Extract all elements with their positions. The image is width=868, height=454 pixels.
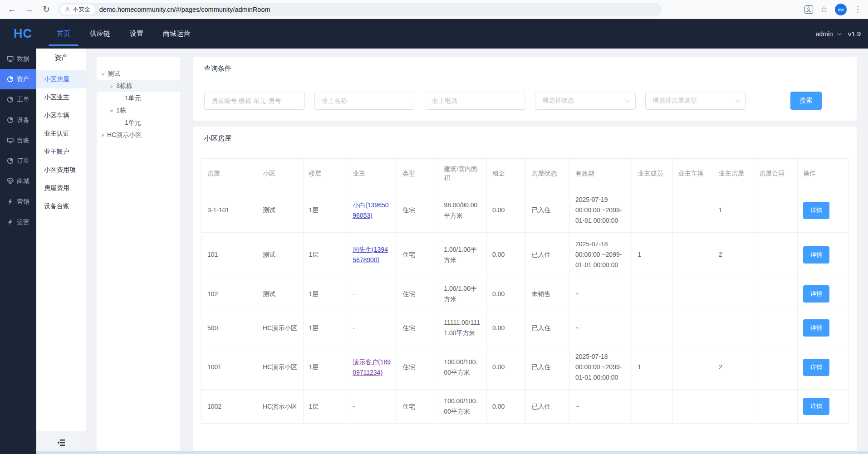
cell-owner: 周先生(13945678900) bbox=[347, 233, 397, 277]
reload-button[interactable]: ↻ bbox=[41, 4, 52, 15]
topnav-tab-设置[interactable]: 设置 bbox=[129, 19, 144, 49]
submenu-item-房屋费用[interactable]: 房屋费用 bbox=[36, 179, 86, 197]
profile-avatar[interactable]: xw bbox=[835, 4, 847, 15]
select-placeholder: 请选择房屋类型 bbox=[652, 97, 697, 105]
cell-houses bbox=[713, 390, 754, 424]
community-tree-panel: 测试 3栋栋 1单元 1栋 1单元 HC演示小区 bbox=[97, 57, 180, 454]
cell-floor: 1层 bbox=[303, 311, 347, 345]
sidebar-item-资产[interactable]: 资产 bbox=[0, 69, 36, 89]
submenu-item-设备台账[interactable]: 设备台账 bbox=[36, 197, 86, 215]
cell-area: 1.00/1.00平方米 bbox=[438, 233, 487, 277]
tree-node[interactable]: HC演示小区 bbox=[97, 129, 180, 141]
cell-status: 已入住 bbox=[526, 188, 570, 233]
search-input-业主电话[interactable] bbox=[425, 92, 525, 110]
owner-link[interactable]: 周先生(13945678900) bbox=[353, 246, 388, 264]
tree-expander-icon[interactable] bbox=[101, 73, 105, 76]
cell-rent: 0.00 bbox=[487, 311, 526, 345]
table-row: 102 测试 1层 - 住宅 1.00/1.00平方米 0.00 未销售 ~ 详… bbox=[202, 277, 848, 311]
collapse-sidebar-button[interactable] bbox=[36, 431, 86, 454]
submenu-item-小区车辆[interactable]: 小区车辆 bbox=[36, 107, 86, 125]
security-chip[interactable]: ⚠ 不安全 bbox=[60, 5, 95, 15]
cell-room: 3-1-101 bbox=[202, 188, 257, 233]
app-logo[interactable]: HC bbox=[14, 27, 32, 41]
select-placeholder: 请选择状态 bbox=[542, 97, 574, 105]
cell-owner: - bbox=[347, 311, 397, 345]
detail-button[interactable]: 详情 bbox=[803, 202, 829, 219]
sidebar-item-运营[interactable]: 运营 bbox=[0, 212, 36, 232]
sidebar-item-数据[interactable]: 数据 bbox=[0, 49, 36, 69]
cell-houses: 2 bbox=[713, 233, 754, 277]
cell-owner: 小白(13965096053) bbox=[347, 188, 397, 233]
table-header-row: 房屋小区楼层业主类型建筑/室内面积租金房屋状态有效期业主成员业主车辆业主房屋房屋… bbox=[202, 159, 848, 188]
column-header-业主房屋: 业主房屋 bbox=[713, 159, 754, 188]
cell-community: 测试 bbox=[257, 277, 303, 311]
detail-button[interactable]: 详情 bbox=[803, 246, 829, 264]
detail-button[interactable]: 详情 bbox=[803, 398, 829, 415]
tree-node[interactable]: 1单元 bbox=[97, 92, 180, 104]
translate-icon[interactable]: 文 bbox=[804, 5, 813, 14]
cell-type: 住宅 bbox=[397, 345, 438, 390]
sidebar-item-商城[interactable]: 商城 bbox=[0, 171, 36, 191]
bookmark-star-icon[interactable]: ☆ bbox=[820, 5, 828, 15]
submenu-item-业主认证[interactable]: 业主认证 bbox=[36, 125, 86, 143]
select-请选择房屋类型[interactable]: 请选择房屋类型 bbox=[645, 92, 746, 110]
cell-room: 102 bbox=[202, 277, 257, 311]
select-请选择状态[interactable]: 请选择状态 bbox=[535, 92, 636, 110]
sidebar-item-台账[interactable]: 台账 bbox=[0, 130, 36, 151]
tree-expander-icon[interactable] bbox=[110, 110, 113, 112]
browser-menu-icon[interactable]: ⋮ bbox=[854, 5, 862, 14]
tree-node[interactable]: 测试 bbox=[97, 68, 180, 80]
tree-node[interactable]: 3栋栋 bbox=[97, 80, 180, 92]
horizontal-scrollbar[interactable] bbox=[36, 451, 868, 454]
bolt-icon bbox=[7, 198, 14, 205]
sidebar-item-营销[interactable]: 营销 bbox=[0, 191, 36, 212]
address-bar[interactable]: ⚠ 不安全 demo.homecommunity.cn/#/pages/comm… bbox=[58, 3, 662, 16]
cell-status: 已入住 bbox=[526, 390, 570, 424]
submenu-item-小区房屋[interactable]: 小区房屋 bbox=[36, 70, 86, 88]
detail-button[interactable]: 详情 bbox=[803, 285, 829, 303]
tree-node[interactable]: 1栋 bbox=[97, 104, 180, 117]
cell-houses: 1 bbox=[713, 188, 754, 233]
topnav-tab-供应链[interactable]: 供应链 bbox=[89, 19, 111, 49]
cell-members bbox=[632, 188, 672, 233]
topnav-tab-首页[interactable]: 首页 bbox=[56, 19, 71, 49]
topnav-tabs: 首页 供应链 设置 商城运营 bbox=[56, 19, 191, 49]
cell-status: 已入住 bbox=[526, 311, 570, 345]
detail-button[interactable]: 详情 bbox=[803, 319, 829, 337]
search-input-业主名称[interactable] bbox=[314, 92, 415, 110]
tree-node[interactable]: 1单元 bbox=[97, 117, 180, 129]
sidebar-item-工单[interactable]: 工单 bbox=[0, 89, 36, 110]
cell-community: HC演示小区 bbox=[257, 311, 303, 345]
cell-area: 100.00/100.00平方米 bbox=[438, 345, 487, 390]
table-row: 101 测试 1层 周先生(13945678900) 住宅 1.00/1.00平… bbox=[202, 233, 848, 277]
room-list-card: 小区房屋 房屋小区楼层业主类型建筑/室内面积租金房屋状态有效期业主成员业主车辆业… bbox=[193, 127, 857, 454]
topnav-tab-商城运营[interactable]: 商城运营 bbox=[162, 19, 191, 49]
cell-room: 500 bbox=[202, 311, 257, 345]
owner-link[interactable]: 演示客户(18909711234) bbox=[353, 358, 391, 376]
search-button[interactable]: 搜索 bbox=[790, 92, 822, 110]
column-header-房屋合同: 房屋合同 bbox=[754, 159, 798, 188]
user-menu[interactable]: admin bbox=[816, 30, 833, 38]
owner-link[interactable]: 小白(13965096053) bbox=[353, 201, 388, 219]
submenu-item-小区业主[interactable]: 小区业主 bbox=[36, 88, 86, 107]
cell-type: 住宅 bbox=[397, 390, 438, 424]
detail-button[interactable]: 详情 bbox=[803, 359, 829, 376]
cell-area: 100.00/100.00平方米 bbox=[438, 390, 487, 424]
sidebar-item-订单[interactable]: 订单 bbox=[0, 151, 36, 171]
chevron-down-icon bbox=[736, 98, 740, 103]
chevron-down-icon bbox=[837, 31, 842, 35]
globe-icon bbox=[7, 157, 14, 164]
tree-expander-icon[interactable] bbox=[110, 86, 113, 88]
back-button[interactable]: ← bbox=[6, 5, 17, 15]
submenu-item-小区费用项[interactable]: 小区费用项 bbox=[36, 161, 86, 179]
search-input-房屋编号 楼栋-单元-房号[interactable] bbox=[204, 92, 305, 110]
warning-icon: ⚠ bbox=[65, 6, 70, 13]
submenu-item-业主账户[interactable]: 业主账户 bbox=[36, 143, 86, 161]
column-header-楼层: 楼层 bbox=[303, 159, 347, 188]
cell-contract bbox=[754, 277, 798, 311]
tree-expander-icon[interactable] bbox=[102, 133, 104, 137]
sidebar-item-设备[interactable]: 设备 bbox=[0, 110, 36, 130]
forward-button[interactable]: → bbox=[24, 5, 34, 15]
cell-validity: 2025-07-18 00:00:00 ~2099-01-01 00:00:00 bbox=[570, 233, 632, 277]
table-row: 500 HC演示小区 1层 - 住宅 11111.00/1111.00平方米 0… bbox=[202, 311, 848, 345]
